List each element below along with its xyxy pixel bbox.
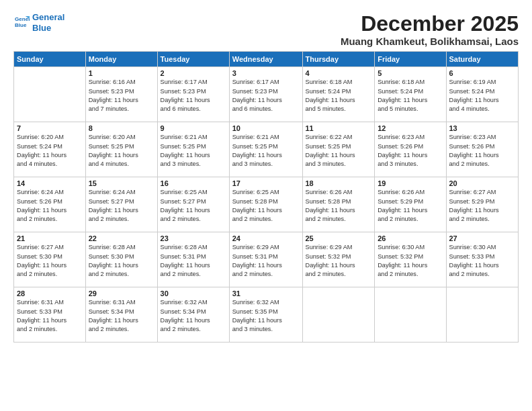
location-title: Muang Khamkeut, Bolikhamsai, Laos: [341, 36, 519, 47]
header-monday: Monday: [85, 52, 157, 67]
calendar-cell: 9Sunrise: 6:21 AM Sunset: 5:25 PM Daylig…: [157, 122, 229, 177]
logo-line1: General: [32, 12, 64, 23]
calendar-cell: 11Sunrise: 6:22 AM Sunset: 5:25 PM Dayli…: [302, 122, 375, 177]
logo-line2: Blue: [32, 23, 64, 34]
calendar-cell: 12Sunrise: 6:23 AM Sunset: 5:26 PM Dayli…: [375, 122, 446, 177]
calendar-week-2: 7Sunrise: 6:20 AM Sunset: 5:24 PM Daylig…: [14, 122, 519, 177]
day-info: Sunrise: 6:26 AM Sunset: 5:29 PM Dayligh…: [378, 188, 443, 224]
day-info: Sunrise: 6:23 AM Sunset: 5:26 PM Dayligh…: [378, 133, 443, 169]
day-number: 5: [378, 69, 443, 77]
day-info: Sunrise: 6:30 AM Sunset: 5:32 PM Dayligh…: [378, 243, 443, 279]
calendar-cell: 22Sunrise: 6:28 AM Sunset: 5:30 PM Dayli…: [85, 232, 157, 287]
day-number: 12: [378, 124, 443, 132]
calendar-cell: 15Sunrise: 6:24 AM Sunset: 5:27 PM Dayli…: [85, 177, 157, 232]
calendar-cell: 29Sunrise: 6:31 AM Sunset: 5:34 PM Dayli…: [85, 287, 157, 342]
day-info: Sunrise: 6:26 AM Sunset: 5:28 PM Dayligh…: [306, 188, 372, 224]
logo-icon: General Blue: [15, 14, 30, 29]
day-number: 23: [161, 234, 226, 242]
calendar-week-5: 28Sunrise: 6:31 AM Sunset: 5:33 PM Dayli…: [14, 287, 519, 342]
day-number: 21: [17, 234, 83, 242]
calendar-cell: 5Sunrise: 6:18 AM Sunset: 5:24 PM Daylig…: [375, 67, 446, 122]
day-info: Sunrise: 6:17 AM Sunset: 5:23 PM Dayligh…: [161, 78, 226, 113]
calendar-cell: 13Sunrise: 6:23 AM Sunset: 5:26 PM Dayli…: [446, 122, 519, 177]
calendar-cell: 26Sunrise: 6:30 AM Sunset: 5:32 PM Dayli…: [375, 232, 446, 287]
header-wednesday: Wednesday: [229, 52, 302, 67]
header-tuesday: Tuesday: [157, 52, 229, 67]
header: General Blue General Blue December 2025 …: [13, 12, 519, 47]
calendar-week-1: 1Sunrise: 6:16 AM Sunset: 5:23 PM Daylig…: [14, 67, 519, 122]
page: General Blue General Blue December 2025 …: [0, 0, 532, 411]
calendar-cell: 24Sunrise: 6:29 AM Sunset: 5:31 PM Dayli…: [229, 232, 302, 287]
day-number: 24: [232, 234, 300, 242]
calendar-cell: [446, 287, 519, 342]
calendar-cell: [302, 287, 375, 342]
day-info: Sunrise: 6:32 AM Sunset: 5:34 PM Dayligh…: [161, 298, 226, 334]
day-info: Sunrise: 6:30 AM Sunset: 5:33 PM Dayligh…: [449, 243, 516, 279]
day-info: Sunrise: 6:25 AM Sunset: 5:27 PM Dayligh…: [161, 188, 226, 224]
calendar-cell: 27Sunrise: 6:30 AM Sunset: 5:33 PM Dayli…: [446, 232, 519, 287]
day-info: Sunrise: 6:21 AM Sunset: 5:25 PM Dayligh…: [232, 133, 300, 169]
calendar-cell: 19Sunrise: 6:26 AM Sunset: 5:29 PM Dayli…: [375, 177, 446, 232]
day-info: Sunrise: 6:18 AM Sunset: 5:24 PM Dayligh…: [306, 78, 372, 113]
day-number: 30: [161, 289, 226, 298]
day-info: Sunrise: 6:28 AM Sunset: 5:30 PM Dayligh…: [89, 243, 154, 279]
day-info: Sunrise: 6:20 AM Sunset: 5:25 PM Dayligh…: [89, 133, 154, 169]
day-number: 15: [89, 179, 154, 187]
calendar-cell: 28Sunrise: 6:31 AM Sunset: 5:33 PM Dayli…: [14, 287, 86, 342]
day-info: Sunrise: 6:24 AM Sunset: 5:27 PM Dayligh…: [89, 188, 154, 224]
day-number: 17: [232, 179, 300, 187]
calendar-week-4: 21Sunrise: 6:27 AM Sunset: 5:30 PM Dayli…: [14, 232, 519, 287]
day-info: Sunrise: 6:19 AM Sunset: 5:24 PM Dayligh…: [449, 78, 516, 113]
day-number: 26: [378, 234, 443, 242]
day-number: 19: [378, 179, 443, 187]
day-info: Sunrise: 6:16 AM Sunset: 5:23 PM Dayligh…: [89, 78, 154, 113]
day-info: Sunrise: 6:27 AM Sunset: 5:29 PM Dayligh…: [449, 188, 516, 224]
calendar-cell: 17Sunrise: 6:25 AM Sunset: 5:28 PM Dayli…: [229, 177, 302, 232]
calendar-header-row: Sunday Monday Tuesday Wednesday Thursday…: [14, 52, 519, 67]
day-number: 16: [161, 179, 226, 187]
calendar-cell: 7Sunrise: 6:20 AM Sunset: 5:24 PM Daylig…: [14, 122, 86, 177]
month-title: December 2025: [341, 12, 519, 36]
day-number: 18: [306, 179, 372, 187]
header-thursday: Thursday: [302, 52, 375, 67]
day-number: 28: [17, 289, 83, 298]
title-block: December 2025 Muang Khamkeut, Bolikhamsa…: [341, 12, 519, 47]
calendar-cell: 20Sunrise: 6:27 AM Sunset: 5:29 PM Dayli…: [446, 177, 519, 232]
calendar-week-3: 14Sunrise: 6:24 AM Sunset: 5:26 PM Dayli…: [14, 177, 519, 232]
day-number: 7: [17, 124, 83, 132]
day-number: 8: [89, 124, 154, 132]
calendar-cell: 31Sunrise: 6:32 AM Sunset: 5:35 PM Dayli…: [229, 287, 302, 342]
day-number: 22: [89, 234, 154, 242]
calendar-cell: 30Sunrise: 6:32 AM Sunset: 5:34 PM Dayli…: [157, 287, 229, 342]
day-number: 1: [89, 69, 154, 77]
day-info: Sunrise: 6:24 AM Sunset: 5:26 PM Dayligh…: [17, 188, 83, 224]
day-info: Sunrise: 6:27 AM Sunset: 5:30 PM Dayligh…: [17, 243, 83, 279]
calendar-cell: 8Sunrise: 6:20 AM Sunset: 5:25 PM Daylig…: [85, 122, 157, 177]
day-info: Sunrise: 6:18 AM Sunset: 5:24 PM Dayligh…: [378, 78, 443, 113]
calendar-cell: 1Sunrise: 6:16 AM Sunset: 5:23 PM Daylig…: [85, 67, 157, 122]
logo: General Blue General Blue: [13, 12, 64, 33]
day-info: Sunrise: 6:31 AM Sunset: 5:33 PM Dayligh…: [17, 298, 83, 334]
calendar-cell: 14Sunrise: 6:24 AM Sunset: 5:26 PM Dayli…: [14, 177, 86, 232]
calendar-cell: 10Sunrise: 6:21 AM Sunset: 5:25 PM Dayli…: [229, 122, 302, 177]
day-info: Sunrise: 6:32 AM Sunset: 5:35 PM Dayligh…: [232, 298, 300, 334]
header-sunday: Sunday: [14, 52, 86, 67]
day-number: 31: [232, 289, 300, 298]
day-info: Sunrise: 6:31 AM Sunset: 5:34 PM Dayligh…: [89, 298, 154, 334]
calendar-cell: 23Sunrise: 6:28 AM Sunset: 5:31 PM Dayli…: [157, 232, 229, 287]
day-info: Sunrise: 6:29 AM Sunset: 5:31 PM Dayligh…: [232, 243, 300, 279]
calendar-cell: [375, 287, 446, 342]
day-number: 10: [232, 124, 300, 132]
day-info: Sunrise: 6:25 AM Sunset: 5:28 PM Dayligh…: [232, 188, 300, 224]
day-number: 9: [161, 124, 226, 132]
day-number: 20: [449, 179, 516, 187]
calendar-cell: 4Sunrise: 6:18 AM Sunset: 5:24 PM Daylig…: [302, 67, 375, 122]
calendar-cell: 16Sunrise: 6:25 AM Sunset: 5:27 PM Dayli…: [157, 177, 229, 232]
calendar-cell: 21Sunrise: 6:27 AM Sunset: 5:30 PM Dayli…: [14, 232, 86, 287]
day-number: 14: [17, 179, 83, 187]
calendar-cell: 3Sunrise: 6:17 AM Sunset: 5:23 PM Daylig…: [229, 67, 302, 122]
day-number: 27: [449, 234, 516, 242]
header-friday: Friday: [375, 52, 446, 67]
calendar-cell: 18Sunrise: 6:26 AM Sunset: 5:28 PM Dayli…: [302, 177, 375, 232]
day-info: Sunrise: 6:20 AM Sunset: 5:24 PM Dayligh…: [17, 133, 83, 169]
